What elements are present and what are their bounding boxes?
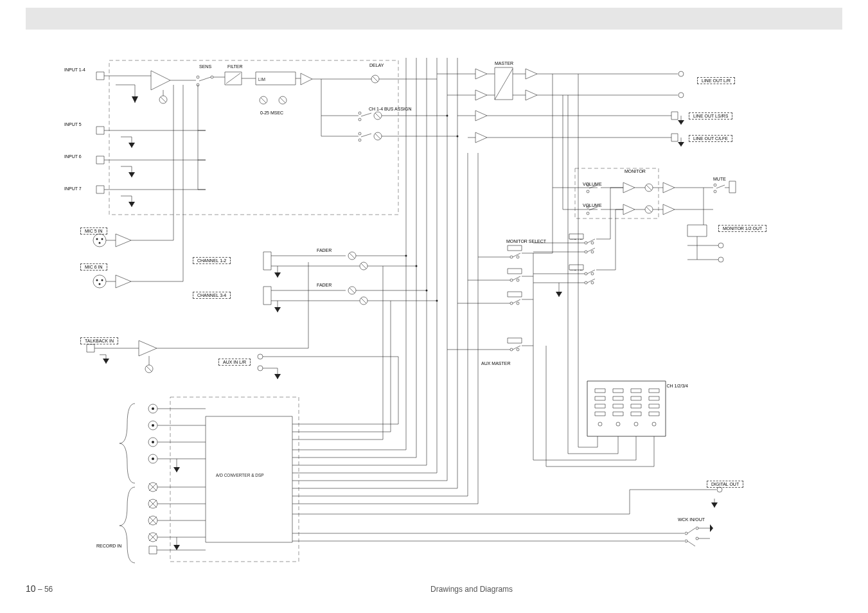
play-out-jacks xyxy=(148,483,206,550)
aux-in-jack xyxy=(258,354,398,379)
svg-marker-90 xyxy=(274,272,281,278)
bus-assign-pot1 xyxy=(374,112,382,120)
svg-line-16 xyxy=(261,98,266,103)
monitor-out-block xyxy=(687,181,736,262)
post-lim-amp xyxy=(301,73,312,85)
svg-point-176 xyxy=(714,190,716,193)
label-mute-b: MUTE xyxy=(570,267,583,271)
svg-marker-327 xyxy=(710,524,713,532)
svg-point-195 xyxy=(510,302,513,305)
label-meter-title: LEVEL METERS L/R + CH 1/2/3/4 xyxy=(619,384,688,388)
label-input7: INPUT 7 xyxy=(64,186,82,191)
gnd-arrow-1 xyxy=(132,96,138,103)
svg-marker-52 xyxy=(128,202,135,207)
label-auxmaster: AUX MASTER xyxy=(481,361,511,366)
svg-rect-99 xyxy=(263,287,271,305)
svg-rect-240 xyxy=(595,389,605,393)
label-mute-a: MUTE xyxy=(570,236,583,240)
svg-rect-144 xyxy=(671,134,678,141)
svg-point-167 xyxy=(645,206,653,213)
ms-matrix xyxy=(495,67,513,100)
svg-point-286 xyxy=(148,483,157,492)
svg-line-110 xyxy=(361,298,366,303)
svg-marker-166 xyxy=(623,204,635,215)
mic5-in xyxy=(93,85,173,247)
input-group-box xyxy=(109,60,398,215)
svg-point-68 xyxy=(102,280,103,281)
svg-point-188 xyxy=(517,256,519,258)
label-wck: WCK IN/OUT xyxy=(678,517,705,522)
label-bus-assign: CH 1-4 BUS ASSIGN xyxy=(369,107,412,111)
monitor-chain-1 xyxy=(553,74,704,193)
label-fader1: FADER xyxy=(317,248,332,253)
svg-rect-138 xyxy=(671,112,678,120)
svg-point-322 xyxy=(685,532,687,535)
svg-rect-304 xyxy=(149,546,157,554)
svg-line-155 xyxy=(646,185,651,190)
input1-4-jack xyxy=(96,72,116,80)
svg-point-163 xyxy=(587,212,589,215)
sub-out-1 xyxy=(457,111,684,125)
svg-point-325 xyxy=(696,537,698,540)
svg-line-292 xyxy=(149,500,157,508)
svg-point-150 xyxy=(587,190,589,193)
svg-rect-74 xyxy=(87,344,94,352)
svg-rect-245 xyxy=(613,389,623,393)
svg-marker-117 xyxy=(274,374,281,379)
svg-rect-241 xyxy=(595,396,605,400)
svg-point-324 xyxy=(696,527,698,529)
svg-point-224 xyxy=(585,281,587,284)
label-input1-4: INPUT 1-4 xyxy=(64,67,85,72)
svg-marker-153 xyxy=(623,182,635,193)
svg-point-191 xyxy=(510,279,513,281)
svg-rect-253 xyxy=(631,412,641,416)
recorder-group-box xyxy=(170,397,299,562)
svg-rect-36 xyxy=(96,127,104,134)
ad-dsp-block xyxy=(206,416,292,542)
svg-line-201 xyxy=(513,346,520,350)
label-fader2: FADER xyxy=(317,283,332,287)
label-vol2: VOLUME xyxy=(583,203,602,208)
svg-point-69 xyxy=(99,283,101,285)
svg-point-249 xyxy=(616,422,620,426)
svg-marker-140 xyxy=(678,120,684,125)
svg-rect-243 xyxy=(595,412,605,416)
svg-line-197 xyxy=(513,299,520,303)
svg-rect-198 xyxy=(508,338,522,343)
monitor-select-left xyxy=(447,188,553,352)
svg-point-199 xyxy=(510,348,513,351)
svg-rect-239 xyxy=(587,381,666,436)
svg-point-31 xyxy=(359,132,361,135)
svg-point-154 xyxy=(645,184,653,191)
svg-rect-42 xyxy=(96,156,104,164)
label-mic5: MIC 5 IN xyxy=(80,227,107,235)
svg-text:A/D CONVERTER
& DSP: A/D CONVERTER & DSP xyxy=(216,473,264,477)
svg-point-66 xyxy=(93,275,106,288)
phantom-pot xyxy=(159,96,167,103)
svg-point-120 xyxy=(426,290,428,292)
brace-play xyxy=(120,487,135,563)
svg-line-27 xyxy=(361,113,371,116)
pan-pot xyxy=(371,75,379,83)
monitor-select-right xyxy=(533,188,623,297)
svg-marker-78 xyxy=(103,359,109,364)
svg-rect-251 xyxy=(631,396,641,400)
label-centre: LINE OUT C/LFE xyxy=(689,135,732,142)
svg-point-200 xyxy=(517,348,519,351)
svg-line-296 xyxy=(149,517,157,524)
svg-point-9 xyxy=(197,84,199,86)
svg-point-109 xyxy=(360,297,368,305)
svg-line-130 xyxy=(495,69,513,100)
svg-point-32 xyxy=(359,139,361,141)
svg-point-225 xyxy=(591,281,594,284)
label-input5: INPUT 5 xyxy=(64,122,82,127)
svg-line-291 xyxy=(149,500,157,508)
svg-rect-250 xyxy=(631,389,641,393)
svg-marker-171 xyxy=(663,204,675,215)
svg-line-20 xyxy=(373,76,378,82)
label-rec-in: RECORD IN xyxy=(96,544,121,548)
svg-line-82 xyxy=(146,366,152,371)
talkback-chain xyxy=(87,262,308,373)
svg-rect-86 xyxy=(263,252,271,270)
ext-rec-in-jack xyxy=(149,546,206,554)
